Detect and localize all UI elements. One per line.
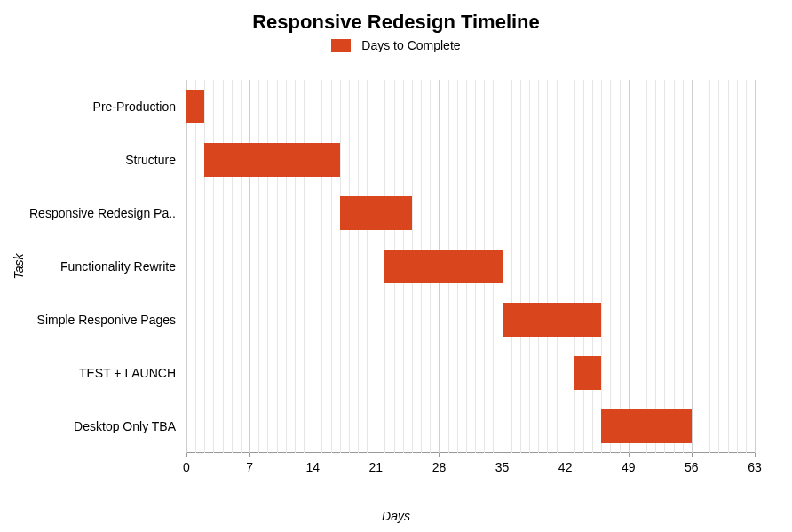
grid-line	[655, 80, 656, 453]
x-axis-line	[186, 452, 755, 453]
grid-line	[511, 80, 512, 453]
grid-line	[267, 80, 268, 453]
grid-line	[692, 80, 693, 453]
x-tick-mark	[629, 453, 630, 457]
grid-line	[683, 80, 684, 453]
grid-line	[664, 80, 665, 453]
gantt-bar	[186, 90, 204, 123]
grid-line	[718, 80, 719, 453]
legend-swatch	[331, 39, 351, 52]
x-tick-mark	[313, 453, 313, 457]
grid-line	[232, 80, 233, 453]
grid-line	[755, 80, 756, 453]
x-tick-label: 0	[183, 460, 190, 474]
grid-line	[304, 80, 305, 453]
plot-area: 071421283542495663Pre-ProductionStructur…	[186, 80, 755, 453]
x-tick-label: 21	[369, 460, 384, 474]
gantt-bar	[340, 196, 412, 230]
grid-line	[601, 80, 602, 453]
x-tick-label: 28	[432, 460, 447, 474]
x-tick-mark	[566, 453, 566, 457]
x-tick-mark	[249, 453, 250, 457]
grid-line	[186, 80, 187, 453]
x-tick-label: 49	[622, 460, 636, 474]
grid-line	[620, 80, 621, 453]
grid-line	[349, 80, 350, 453]
grid-line	[674, 80, 675, 453]
grid-line	[629, 80, 630, 453]
x-tick-mark	[439, 453, 440, 457]
grid-line	[547, 80, 548, 453]
grid-line	[709, 80, 710, 453]
grid-line	[701, 80, 701, 453]
grid-line	[728, 80, 729, 453]
grid-line	[331, 80, 332, 453]
category-label: Functionality Rewrite	[60, 259, 186, 274]
grid-line	[574, 80, 575, 453]
x-tick-mark	[755, 453, 756, 457]
grid-line	[646, 80, 647, 453]
category-label: Structure	[125, 153, 186, 167]
category-label: Responsive Redesign Pa..	[29, 206, 186, 220]
category-label: TEST + LAUNCH	[79, 366, 186, 380]
grid-line	[529, 80, 530, 453]
x-tick-label: 14	[305, 460, 320, 474]
grid-line	[286, 80, 287, 453]
grid-line	[258, 80, 259, 453]
legend-label: Days to Complete	[361, 38, 460, 52]
grid-line	[538, 80, 539, 453]
grid-line	[295, 80, 296, 453]
x-tick-label: 56	[685, 460, 699, 474]
grid-line	[592, 80, 593, 453]
grid-line	[321, 80, 322, 453]
grid-line	[737, 80, 738, 453]
grid-line	[610, 80, 611, 453]
x-tick-mark	[692, 453, 693, 457]
grid-line	[213, 80, 214, 453]
x-axis-label: Days	[0, 509, 792, 523]
grid-line	[277, 80, 278, 453]
category-label: Simple Responive Pages	[37, 313, 186, 327]
grid-line	[557, 80, 558, 453]
grid-line	[503, 80, 503, 453]
gantt-bar	[384, 250, 502, 283]
grid-line	[746, 80, 747, 453]
legend: Days to Complete	[0, 37, 792, 52]
grid-line	[367, 80, 368, 453]
grid-line	[313, 80, 313, 453]
category-label: Pre-Production	[93, 99, 186, 114]
x-tick-label: 7	[246, 460, 253, 474]
x-tick-label: 35	[495, 460, 510, 474]
grid-line	[249, 80, 250, 453]
grid-line	[241, 80, 242, 453]
x-tick-mark	[376, 453, 376, 457]
category-label: Desktop Only TBA	[74, 419, 186, 433]
grid-line	[583, 80, 584, 453]
x-tick-label: 42	[558, 460, 573, 474]
grid-line	[376, 80, 376, 453]
gantt-bar	[204, 143, 339, 177]
chart-title: Responsive Redesign Timeline	[0, 11, 792, 34]
y-axis-label: Task	[12, 253, 26, 279]
grid-line	[195, 80, 196, 453]
grid-line	[223, 80, 224, 453]
gantt-bar	[601, 409, 692, 443]
gantt-bar	[574, 356, 601, 390]
grid-line	[204, 80, 205, 453]
gantt-bar	[503, 303, 602, 337]
gantt-chart: Responsive Redesign Timeline Days to Com…	[0, 0, 792, 532]
grid-line	[638, 80, 638, 453]
x-tick-mark	[186, 453, 187, 457]
x-tick-label: 63	[748, 460, 762, 474]
grid-line	[340, 80, 341, 453]
x-tick-mark	[503, 453, 503, 457]
grid-line	[520, 80, 521, 453]
grid-line	[566, 80, 566, 453]
grid-line	[358, 80, 359, 453]
